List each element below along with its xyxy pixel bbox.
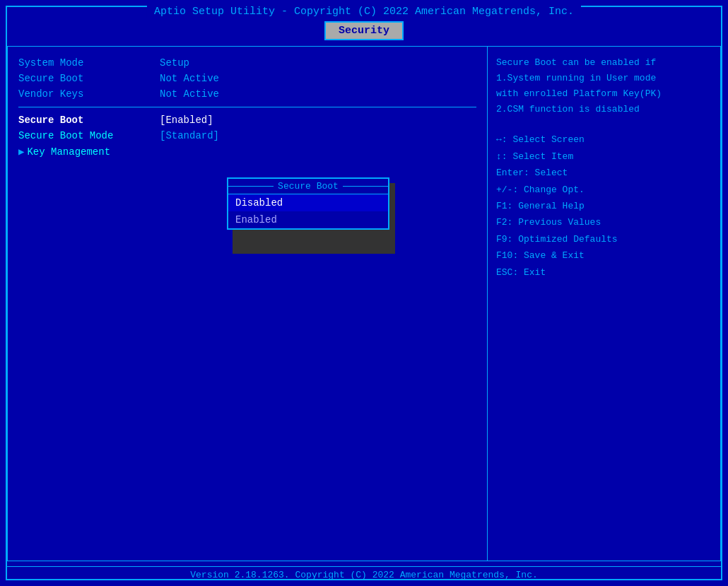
footer-bar: Version 2.18.1263. Copyright (C) 2022 Am… (7, 566, 721, 580)
help-line-4: 2.CSM function is disabled (496, 102, 712, 117)
secure-boot-mode-value: [Standard] (160, 130, 219, 141)
key-management-arrow: ▶ (18, 146, 24, 158)
secure-boot-setting-label: Secure Boot (18, 115, 160, 126)
hint-change-opt: +/-: Change Opt. (496, 182, 712, 198)
help-line-2: 1.System running in User mode (496, 71, 712, 86)
dropdown-overlay: Secure Boot Disabled Enabled (227, 177, 389, 230)
help-hints: ↔: Select Screen ↕: Select Item Enter: S… (496, 131, 712, 281)
divider (18, 107, 476, 107)
secure-boot-status-label: Secure Boot (18, 73, 160, 84)
vendor-keys-row: Vendor Keys Not Active (18, 88, 476, 100)
right-panel: Secure Boot can be enabled if 1.System r… (488, 46, 721, 561)
secure-boot-mode-row[interactable]: Secure Boot Mode [Standard] (18, 130, 476, 141)
hint-esc: ESC: Exit (496, 264, 712, 281)
dropdown-title: Secure Boot (228, 179, 388, 194)
key-management-row[interactable]: ▶ Key Management (18, 146, 476, 158)
secure-boot-setting-row[interactable]: Secure Boot [Enabled] (18, 115, 476, 126)
system-mode-value: Setup (160, 57, 189, 69)
hint-f10: F10: Save & Exit (496, 247, 712, 264)
secure-boot-mode-label: Secure Boot Mode (18, 130, 160, 141)
dropdown-box: Secure Boot Disabled Enabled (227, 177, 389, 230)
hint-f2: F2: Previous Values (496, 214, 712, 230)
system-mode-row: System Mode Setup (18, 57, 476, 69)
hint-select-screen: ↔: Select Screen (496, 131, 712, 148)
dropdown-option-enabled[interactable]: Enabled (228, 211, 388, 228)
main-content: System Mode Setup Secure Boot Not Active… (7, 46, 721, 561)
hint-select-item: ↕: Select Item (496, 148, 712, 165)
help-text: Secure Boot can be enabled if 1.System r… (496, 55, 712, 117)
hint-f9: F9: Optimized Defaults (496, 231, 712, 247)
dropdown-option-disabled[interactable]: Disabled (228, 194, 388, 211)
vendor-keys-value: Not Active (160, 88, 219, 100)
active-tab[interactable]: Security (324, 21, 404, 40)
vendor-keys-label: Vendor Keys (18, 88, 160, 100)
hint-enter: Enter: Select (496, 165, 712, 181)
secure-boot-status-value: Not Active (160, 73, 219, 84)
secure-boot-setting-value: [Enabled] (160, 115, 213, 126)
system-mode-label: System Mode (18, 57, 160, 69)
left-panel: System Mode Setup Secure Boot Not Active… (7, 46, 488, 561)
secure-boot-status-row: Secure Boot Not Active (18, 73, 476, 84)
help-line-1: Secure Boot can be enabled if (496, 55, 712, 71)
help-line-3: with enrolled Platform Key(PK) (496, 86, 712, 102)
title-bar: Aptio Setup Utility - Copyright (C) 2022… (147, 6, 581, 18)
key-management-label: Key Management (27, 146, 165, 158)
hint-f1: F1: General Help (496, 198, 712, 214)
